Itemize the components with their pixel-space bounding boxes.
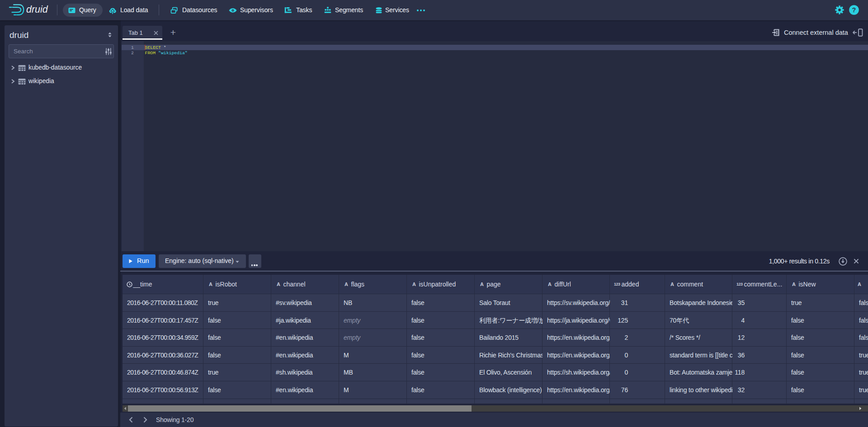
svg-text:?: ? <box>852 6 856 14</box>
